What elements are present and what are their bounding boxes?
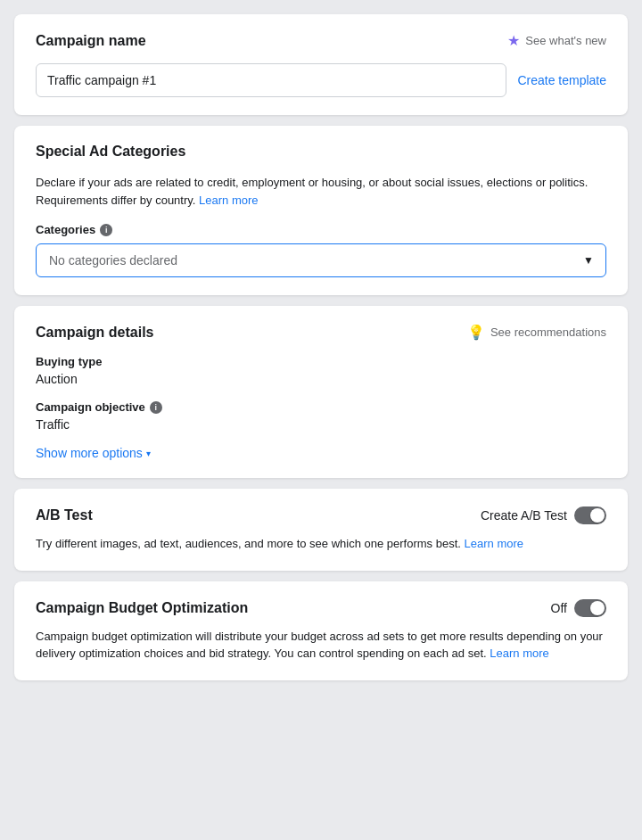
ab-test-toggle[interactable] <box>574 506 606 524</box>
campaign-details-header: Campaign details 💡 See recommendations <box>36 324 606 341</box>
special-ad-description: Declare if your ads are related to credi… <box>36 174 606 209</box>
campaign-name-card: Campaign name ★ See what's new Create te… <box>14 14 628 115</box>
see-whats-new-label: See what's new <box>525 34 606 47</box>
special-ad-header: Special Ad Categories <box>36 144 606 160</box>
special-ad-categories-card: Special Ad Categories Declare if your ad… <box>14 126 628 295</box>
campaign-name-input[interactable] <box>36 63 506 97</box>
see-whats-new-button[interactable]: ★ See what's new <box>507 32 606 49</box>
categories-select[interactable]: No categories declared Credit Employment… <box>36 243 606 277</box>
create-template-link[interactable]: Create template <box>517 73 606 87</box>
campaign-objective-info-icon[interactable]: i <box>150 401 162 414</box>
campaign-objective-section: Campaign objective i Traffic <box>36 400 606 432</box>
show-more-options-button[interactable]: Show more options ▾ <box>36 446 606 460</box>
campaign-name-header: Campaign name ★ See what's new <box>36 32 606 49</box>
campaign-details-title: Campaign details <box>36 325 153 341</box>
show-more-options-label: Show more options <box>36 446 143 460</box>
cbo-description: Campaign budget optimization will distri… <box>36 628 606 663</box>
campaign-details-card: Campaign details 💡 See recommendations B… <box>14 306 628 478</box>
ab-test-title: A/B Test <box>36 507 93 523</box>
cbo-card: Campaign Budget Optimization Off Campaig… <box>14 581 628 680</box>
buying-type-label: Buying type <box>36 355 606 368</box>
ab-test-toggle-label: Create A/B Test <box>481 508 567 523</box>
campaign-name-input-row: Create template <box>36 63 606 97</box>
cbo-toggle-group: Off <box>551 599 606 617</box>
see-recommendations-label: See recommendations <box>490 325 606 339</box>
cbo-toggle-section: Campaign Budget Optimization Off <box>36 599 606 617</box>
ab-test-toggle-section: A/B Test Create A/B Test <box>36 506 606 524</box>
categories-label: Categories i <box>36 223 606 236</box>
campaign-objective-label: Campaign objective i <box>36 400 606 414</box>
ab-test-toggle-thumb <box>590 508 605 523</box>
cbo-toggle-track <box>574 599 606 617</box>
bulb-icon: 💡 <box>467 324 485 341</box>
special-ad-title: Special Ad Categories <box>36 144 185 160</box>
ab-test-toggle-track <box>574 506 606 524</box>
special-ad-learn-more-link[interactable]: Learn more <box>199 194 258 207</box>
ab-test-card: A/B Test Create A/B Test Try different i… <box>14 489 628 571</box>
chevron-down-icon: ▾ <box>146 449 151 458</box>
categories-info-icon[interactable]: i <box>100 224 112 236</box>
campaign-objective-value: Traffic <box>36 417 606 432</box>
cbo-title: Campaign Budget Optimization <box>36 600 248 616</box>
cbo-toggle-label: Off <box>551 601 567 615</box>
buying-type-value: Auction <box>36 372 606 386</box>
star-icon: ★ <box>507 32 520 49</box>
ab-test-learn-more-link[interactable]: Learn more <box>465 537 523 550</box>
cbo-learn-more-link[interactable]: Learn more <box>490 646 548 660</box>
buying-type-section: Buying type Auction <box>36 355 606 386</box>
categories-select-wrapper: No categories declared Credit Employment… <box>36 243 606 277</box>
ab-test-toggle-group: Create A/B Test <box>481 506 606 524</box>
ab-test-description: Try different images, ad text, audiences… <box>36 535 606 553</box>
campaign-name-title: Campaign name <box>36 33 146 49</box>
cbo-toggle-thumb <box>590 601 605 615</box>
see-recommendations-button[interactable]: 💡 See recommendations <box>467 324 606 341</box>
cbo-toggle[interactable] <box>574 599 606 617</box>
